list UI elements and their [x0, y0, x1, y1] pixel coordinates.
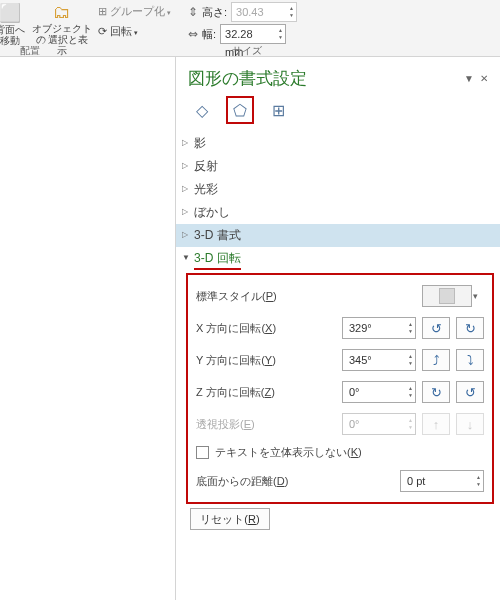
y-rot-down-icon[interactable]: ⤵ — [456, 349, 484, 371]
section-shadow[interactable]: 影 — [176, 132, 500, 155]
close-icon[interactable]: ✕ — [480, 73, 488, 84]
effects-tab[interactable]: ⬠ — [226, 96, 254, 124]
width-icon: ⇔ — [188, 27, 198, 41]
preset-label: 標準スタイル(P) — [196, 289, 422, 304]
preset-picker[interactable] — [422, 285, 472, 307]
ribbon: ⬜ 背面へ 移動 🗂 オブジェクトの 選択と表示 ⊞ グループ化▾ ⟳ 回転▾ … — [0, 0, 500, 57]
section-3d-rotation[interactable]: 3-D 回転 — [176, 247, 500, 273]
section-glow[interactable]: 光彩 — [176, 178, 500, 201]
flat-text-label: テキストを立体表示しない(K) — [215, 445, 362, 460]
fill-line-tab[interactable]: ◇ — [188, 96, 216, 124]
selection-icon: 🗂 — [32, 2, 92, 23]
z-rot-cw-icon[interactable]: ↺ — [456, 381, 484, 403]
width-label: 幅: — [202, 27, 216, 42]
distance-input[interactable]: 0 pt — [400, 470, 484, 492]
distance-label: 底面からの距離(D) — [196, 474, 400, 489]
height-label: 高さ: — [202, 5, 227, 20]
selection-pane-group[interactable]: 🗂 オブジェクトの 選択と表示 — [32, 2, 92, 56]
x-rot-right-icon[interactable]: ↻ — [456, 317, 484, 339]
height-icon: ⇕ — [188, 5, 198, 19]
x-rot-input[interactable]: 329° — [342, 317, 416, 339]
arrange-caption: 配置 — [20, 44, 40, 58]
keep-text-flat-row[interactable]: テキストを立体表示しない(K) — [196, 445, 484, 460]
perspective-row: 透視投影(E) 0° ↑ ↓ — [196, 413, 484, 435]
y-rot-label: Y 方向に回転(Y) — [196, 353, 342, 368]
selection-label: オブジェクトの 選択と表示 — [32, 23, 92, 56]
flat-text-checkbox[interactable] — [196, 446, 209, 459]
group-button[interactable]: ⊞ グループ化▾ — [98, 4, 171, 19]
perspective-input: 0° — [342, 413, 416, 435]
section-blur[interactable]: ぼかし — [176, 201, 500, 224]
send-back-icon: ⬜ — [0, 2, 30, 24]
format-shape-pane: 図形の書式設定 ▼ ✕ ◇ ⬠ ⊞ 影 反射 光彩 ぼかし 3-D 書式 3-D… — [175, 57, 500, 600]
section-reflection[interactable]: 反射 — [176, 155, 500, 178]
x-rot-left-icon[interactable]: ↺ — [422, 317, 450, 339]
preset-row: 標準スタイル(P) — [196, 285, 484, 307]
rotate-button[interactable]: ⟳ 回転▾ — [98, 24, 138, 39]
pane-dropdown-icon[interactable]: ▼ — [464, 73, 474, 84]
size-caption: サイズ — [232, 44, 262, 58]
z-rotation-row: Z 方向に回転(Z) 0° ↻ ↺ — [196, 381, 484, 403]
persp-up-icon: ↑ — [422, 413, 450, 435]
z-rot-ccw-icon[interactable]: ↻ — [422, 381, 450, 403]
y-rot-up-icon[interactable]: ⤴ — [422, 349, 450, 371]
x-rotation-row: X 方向に回転(X) 329° ↺ ↻ — [196, 317, 484, 339]
persp-down-icon: ↓ — [456, 413, 484, 435]
distance-row: 底面からの距離(D) 0 pt — [196, 470, 484, 492]
height-input[interactable]: 30.43 mm — [231, 2, 297, 22]
pane-header: 図形の書式設定 ▼ ✕ — [176, 57, 500, 96]
size-props-tab[interactable]: ⊞ — [264, 96, 292, 124]
send-back-label: 背面へ 移動 — [0, 24, 30, 46]
width-row: ⇔ 幅: 32.28 mm — [188, 24, 286, 44]
y-rotation-row: Y 方向に回転(Y) 345° ⤴ ⤵ — [196, 349, 484, 371]
width-input[interactable]: 32.28 mm — [220, 24, 286, 44]
pane-title: 図形の書式設定 — [188, 67, 458, 90]
y-rot-input[interactable]: 345° — [342, 349, 416, 371]
height-row: ⇕ 高さ: 30.43 mm — [188, 2, 297, 22]
category-tabs: ◇ ⬠ ⊞ — [176, 96, 500, 132]
rotation-panel: 標準スタイル(P) X 方向に回転(X) 329° ↺ ↻ Y 方向に回転(Y)… — [186, 273, 494, 504]
section-3d-format[interactable]: 3-D 書式 — [176, 224, 500, 247]
z-rot-input[interactable]: 0° — [342, 381, 416, 403]
z-rot-label: Z 方向に回転(Z) — [196, 385, 342, 400]
perspective-label: 透視投影(E) — [196, 417, 342, 432]
reset-button[interactable]: リセット(R) — [190, 508, 270, 530]
bring-back-group[interactable]: ⬜ 背面へ 移動 — [0, 2, 30, 46]
x-rot-label: X 方向に回転(X) — [196, 321, 342, 336]
